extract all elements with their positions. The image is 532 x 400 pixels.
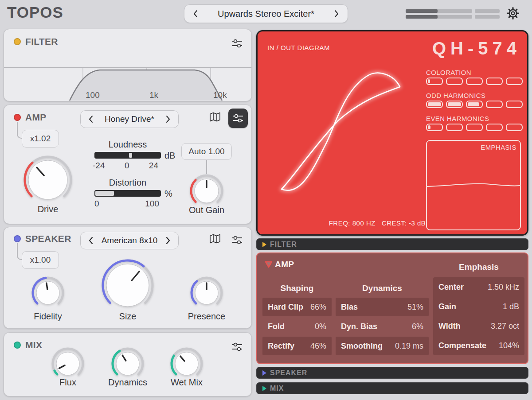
meter-pill xyxy=(446,124,463,131)
mix-panel-title: MIX xyxy=(25,340,42,350)
expand-triangle-icon xyxy=(262,386,266,391)
emphasis-curve xyxy=(427,182,520,189)
expand-triangle-icon xyxy=(262,242,266,247)
preset-next-button[interactable] xyxy=(332,9,341,19)
drive-knob[interactable] xyxy=(23,155,73,206)
out-gain-knob[interactable] xyxy=(189,174,224,210)
speaker-advanced-button[interactable] xyxy=(231,235,243,247)
amp-preset-browser[interactable]: Honey Drive* xyxy=(80,110,179,128)
distortion-slider[interactable] xyxy=(94,190,161,197)
chevron-right-icon xyxy=(165,115,171,123)
hard-clip-cell[interactable]: Hard Clip 66% xyxy=(262,298,332,316)
gain-cell[interactable]: Gain 1 dB xyxy=(433,297,524,316)
chevron-right-icon xyxy=(165,237,171,245)
speaker-preset-prev-button[interactable] xyxy=(86,236,96,245)
speaker-preset-browser[interactable]: American 8x10 xyxy=(80,232,179,249)
filter-detail-row-collapsed[interactable]: FILTER xyxy=(256,238,528,250)
dynamics-knob[interactable] xyxy=(111,347,145,382)
amp-panel: AMP x1.02 Honey Drive* xyxy=(4,105,252,224)
meter-pill xyxy=(426,78,443,85)
map-icon xyxy=(209,234,221,244)
mix-enable-led[interactable] xyxy=(14,342,21,349)
smoothing-cell[interactable]: Smoothing 0.19 ms xyxy=(336,337,429,355)
output-level-meters xyxy=(406,9,500,21)
amp-preset-name: Honey Drive* xyxy=(105,114,154,124)
meter-pill xyxy=(506,78,523,85)
amp-preset-next-button[interactable] xyxy=(163,114,173,124)
speaker-enable-led[interactable] xyxy=(14,235,21,242)
rectify-cell[interactable]: Rectify 46% xyxy=(262,337,332,355)
dynamics-column-header: Dynamics xyxy=(336,279,429,298)
filter-enable-led[interactable] xyxy=(14,38,21,45)
out-gain-auto-badge[interactable]: Auto 1.00 xyxy=(181,143,232,160)
preset-prev-button[interactable] xyxy=(191,9,200,19)
map-icon xyxy=(209,112,221,122)
meter-pill xyxy=(506,101,523,108)
compensate-cell[interactable]: Compensate 104% xyxy=(433,336,524,355)
emphasis-parameter-block: Center 1.50 kHz Gain 1 dB Width 3.27 oct… xyxy=(433,277,524,355)
filter-advanced-button[interactable] xyxy=(231,38,243,50)
fold-cell[interactable]: Fold 0% xyxy=(262,317,332,336)
emphasis-box-label: EMPHASIS xyxy=(481,144,516,151)
expand-triangle-icon xyxy=(262,370,266,376)
drive-knob-label: Drive xyxy=(21,204,74,214)
meter-left-channel xyxy=(406,9,500,13)
speaker-preset-next-button[interactable] xyxy=(163,236,173,245)
even-harmonics-label: EVEN HARMONICS xyxy=(426,115,489,122)
mix-advanced-button[interactable] xyxy=(231,342,243,354)
bias-cell[interactable]: Bias 51% xyxy=(336,298,429,316)
size-knob-label: Size xyxy=(101,311,154,322)
dynamics-knob-label: Dynamics xyxy=(101,377,154,388)
speaker-detail-row-collapsed[interactable]: SPEAKER xyxy=(256,367,528,379)
app-logo: TOPOS xyxy=(7,4,63,21)
center-cell[interactable]: Center 1.50 kHz xyxy=(433,277,524,297)
filter-curve-graph[interactable]: 100 1k 10k xyxy=(4,67,251,101)
amp-preset-map-button[interactable] xyxy=(209,112,221,124)
even-harmonics-meter xyxy=(426,124,523,131)
amp-panel-title: AMP xyxy=(25,112,47,123)
wet-mix-knob[interactable] xyxy=(170,347,203,382)
loudness-slider-handle[interactable] xyxy=(129,153,132,158)
amp-detail-section-expanded: AMP Emphasis Shaping Hard Clip 66% Fold … xyxy=(256,252,528,364)
speaker-multiplier-badge[interactable]: x1.00 xyxy=(22,251,59,269)
fidelity-knob-label: Fidelity xyxy=(21,311,74,322)
chevron-right-icon xyxy=(333,9,340,18)
presence-knob-label: Presence xyxy=(180,311,233,322)
distortion-scale: 0 100 xyxy=(94,199,159,209)
speaker-preset-name: American 8x10 xyxy=(102,236,158,245)
flux-knob[interactable] xyxy=(51,347,85,382)
meter-pill xyxy=(486,101,503,108)
size-knob[interactable] xyxy=(101,259,154,314)
flux-knob-label: Flux xyxy=(41,377,94,388)
width-cell[interactable]: Width 3.27 oct xyxy=(433,316,524,336)
amp-preset-prev-button[interactable] xyxy=(86,114,96,124)
chevron-left-icon xyxy=(88,237,94,245)
speaker-preset-map-button[interactable] xyxy=(209,234,221,246)
sliders-icon xyxy=(232,113,244,124)
emphasis-curve-box: EMPHASIS xyxy=(426,140,521,230)
presence-knob[interactable] xyxy=(190,276,223,311)
meter-pill xyxy=(466,101,483,108)
amp-multiplier-badge[interactable]: x1.02 xyxy=(22,130,59,148)
filter-panel: FILTER 100 1k 10k xyxy=(4,29,252,101)
collapse-triangle-icon[interactable] xyxy=(264,260,273,270)
preset-browser[interactable]: Upwards Stereo Exciter* xyxy=(184,4,348,23)
loudness-label: Loudness xyxy=(101,140,154,150)
out-gain-connector xyxy=(206,160,207,174)
settings-button[interactable] xyxy=(505,6,520,23)
odd-harmonics-label: ODD HARMONICS xyxy=(426,92,485,99)
loudness-slider[interactable] xyxy=(94,152,161,159)
dyn-bias-cell[interactable]: Dyn. Bias 6% xyxy=(336,317,429,336)
mix-detail-label: MIX xyxy=(270,384,284,392)
in-out-diagram-display: IN / OUT DIAGRAM QH-574 COLORATION ODD H… xyxy=(256,30,528,236)
amp-advanced-button-active[interactable] xyxy=(228,109,248,128)
out-gain-label: Out Gain xyxy=(180,205,233,215)
meter-pill xyxy=(466,124,483,131)
amp-enable-led[interactable] xyxy=(14,114,21,121)
meter-right-channel xyxy=(406,15,500,19)
mix-detail-row-collapsed[interactable]: MIX xyxy=(256,382,528,394)
filter-panel-title: FILTER xyxy=(25,36,58,47)
fidelity-knob[interactable] xyxy=(31,276,65,311)
speaker-panel: SPEAKER x1.00 American 8x10 xyxy=(4,227,252,329)
meter-pill xyxy=(506,124,523,131)
